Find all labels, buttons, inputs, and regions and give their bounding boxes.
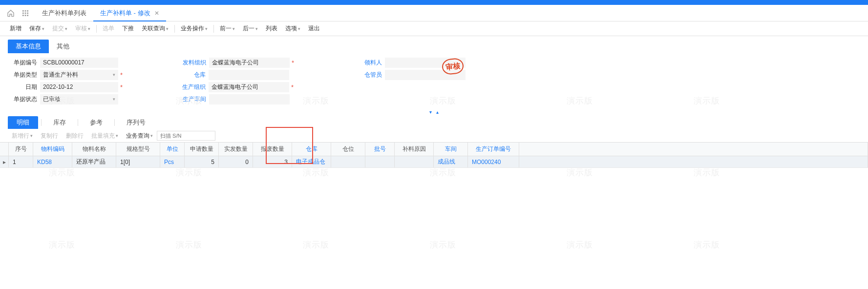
hdr-code[interactable]: 物料编码 (33, 143, 72, 156)
lbl-prodorg[interactable]: 生产组织 (176, 83, 206, 91)
dt-bizquery[interactable]: 业务查询▾ (122, 132, 157, 140)
cell-workshop[interactable]: 成品线 (434, 156, 468, 167)
lbl-workshop[interactable]: 生产车间 (177, 95, 206, 103)
lbl-picker[interactable]: 领料人 (353, 59, 382, 67)
svg-rect-1 (25, 10, 26, 12)
tab-edit[interactable]: 生产补料单 - 修改 ✕ (93, 5, 166, 21)
fld-warehouse[interactable] (209, 70, 289, 80)
lbl-keeper[interactable]: 仓管员 (353, 71, 382, 79)
cell-actqty[interactable]: 0 (219, 156, 253, 167)
chevron-down-icon: ▾ (113, 72, 115, 77)
cell-code[interactable]: KD58 (33, 156, 72, 167)
fld-billno[interactable]: SCBL00000017 (40, 58, 118, 68)
tb-submit[interactable]: 提交▾ (48, 24, 71, 33)
hdr-orderno[interactable]: 生产订单编号 (468, 143, 519, 156)
page-tab-bar: 生产补料单列表 生产补料单 - 修改 ✕ (0, 5, 868, 21)
tb-push[interactable]: 下推 (118, 24, 138, 33)
tb-option[interactable]: 选项▾ (281, 24, 304, 33)
tb-bizop[interactable]: 业务操作▾ (177, 24, 212, 33)
tb-select[interactable]: 选单 (99, 24, 118, 33)
hdr-batch[interactable]: 批号 (365, 143, 395, 156)
separator (213, 25, 214, 33)
close-icon[interactable]: ✕ (154, 10, 159, 17)
separator (96, 25, 97, 33)
home-icon[interactable] (6, 8, 16, 18)
table-row[interactable]: ▸ 1 KD58 还原半产品 1[0] Pcs 5 0 3 电子成品仓 成品线 … (0, 156, 868, 168)
fld-status[interactable]: 已审核▾ (40, 94, 118, 104)
section-tab-basic[interactable]: 基本信息 (8, 40, 49, 53)
hdr-loc[interactable]: 仓位 (331, 143, 365, 156)
tb-list[interactable]: 列表 (262, 24, 281, 33)
svg-rect-2 (27, 10, 28, 12)
fld-billtype[interactable]: 普通生产补料▾ (40, 70, 118, 80)
cell-scrapqty[interactable]: 3 (253, 156, 292, 167)
cell-orderno[interactable]: MO000240 (468, 156, 519, 167)
cell-reqqty[interactable]: 5 (185, 156, 219, 167)
dt-copyrow[interactable]: 复制行 (37, 132, 62, 140)
fld-keeper[interactable] (385, 70, 466, 80)
scan-input[interactable] (157, 131, 215, 141)
dtab-serial[interactable]: 序列号 (118, 116, 154, 129)
dt-batchfill[interactable]: 批量填充▾ (87, 132, 122, 140)
tb-save[interactable]: 保存▾ (25, 24, 48, 33)
separator (174, 25, 175, 33)
fld-date[interactable]: 2022-10-12 (40, 82, 118, 92)
dtab-detail[interactable]: 明细 (8, 116, 38, 129)
hdr-reqqty[interactable]: 申请数量 (185, 143, 219, 156)
lbl-status: 单据状态 (8, 95, 37, 103)
tb-next[interactable]: 后一▾ (239, 24, 262, 33)
detail-grid: 序号 物料编码 物料名称 规格型号 单位 申请数量 实发数量 报废数量 仓库 仓… (0, 142, 868, 168)
watermark: 演示版 (694, 239, 720, 250)
svg-rect-6 (22, 15, 24, 16)
tb-audit[interactable]: 审核▾ (71, 24, 94, 33)
watermark: 演示版 (694, 167, 720, 178)
cell-seq[interactable]: 1 (9, 156, 33, 167)
tb-prev[interactable]: 前一▾ (216, 24, 239, 33)
tab-list[interactable]: 生产补料单列表 (35, 5, 93, 21)
cell-unit[interactable]: Pcs (160, 156, 185, 167)
fld-sendorg[interactable]: 金蝶蓝海电子公司 (209, 58, 290, 68)
tb-new[interactable]: 新增 (6, 24, 25, 33)
fld-workshop[interactable] (209, 94, 290, 104)
dtab-ref[interactable]: 参考 (81, 116, 111, 129)
cell-spec[interactable]: 1[0] (116, 156, 160, 167)
section-tab-other[interactable]: 其他 (49, 40, 77, 53)
hdr-unit[interactable]: 单位 (160, 143, 185, 156)
collapse-arrows[interactable]: ▾ ▴ (0, 108, 868, 116)
fld-picker[interactable] (385, 58, 466, 68)
cell-loc[interactable] (331, 156, 365, 167)
app-grid-icon[interactable] (21, 8, 30, 18)
tb-exit[interactable]: 退出 (304, 24, 324, 33)
cell-reason[interactable] (395, 156, 434, 167)
tb-relquery[interactable]: 关联查询▾ (138, 24, 172, 33)
watermark: 演示版 (176, 239, 202, 250)
hdr-spec[interactable]: 规格型号 (116, 143, 160, 156)
lbl-sendorg[interactable]: 发料组织 (177, 59, 206, 67)
hdr-warehouse[interactable]: 仓库 (292, 143, 331, 156)
hdr-scrapqty[interactable]: 报废数量 (253, 143, 292, 156)
dt-delrow[interactable]: 删除行 (62, 132, 87, 140)
tab-list-label: 生产补料单列表 (42, 9, 86, 18)
dtab-stock[interactable]: 库存 (44, 116, 75, 129)
detail-toolbar: 新增行▾ 复制行 删除行 批量填充▾ 业务查询▾ (0, 129, 868, 142)
cell-batch[interactable] (365, 156, 395, 167)
watermark: 演示版 (430, 239, 456, 250)
hdr-name[interactable]: 物料名称 (72, 143, 116, 156)
hdr-seq[interactable]: 序号 (9, 143, 33, 156)
detail-tabs: 明细 库存 参考 序列号 (8, 116, 868, 129)
watermark: 演示版 (49, 167, 75, 178)
hdr-actqty[interactable]: 实发数量 (219, 143, 253, 156)
row-marker[interactable]: ▸ (0, 156, 9, 167)
watermark: 演示版 (176, 167, 202, 178)
chevron-down-icon: ▾ (42, 26, 44, 31)
dt-addrow[interactable]: 新增行▾ (8, 132, 37, 140)
cell-name[interactable]: 还原半产品 (72, 156, 116, 167)
hdr-tail (519, 143, 868, 156)
hdr-workshop[interactable]: 车间 (434, 143, 468, 156)
fld-prodorg[interactable]: 金蝶蓝海电子公司 (209, 82, 289, 92)
lbl-warehouse[interactable]: 仓库 (176, 71, 206, 79)
cell-warehouse[interactable]: 电子成品仓 (292, 156, 331, 167)
tab-edit-label: 生产补料单 - 修改 (100, 9, 150, 18)
svg-rect-7 (25, 15, 26, 16)
hdr-reason[interactable]: 补料原因 (395, 143, 434, 156)
